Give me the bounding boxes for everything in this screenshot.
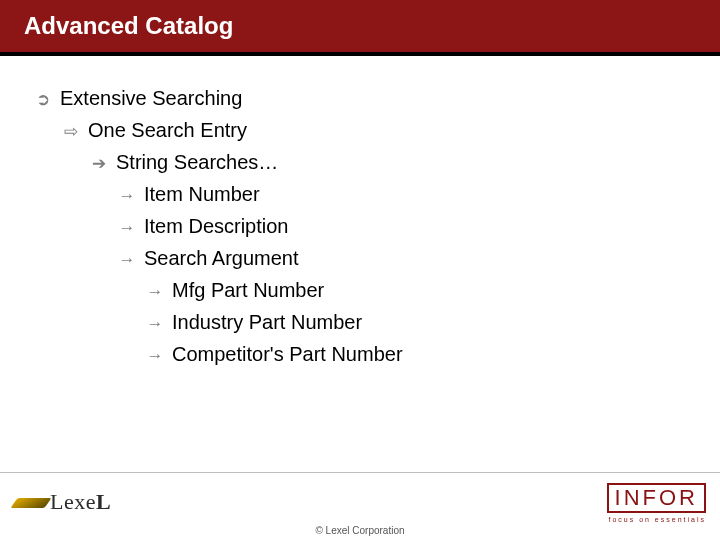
bullet-level-3: ➔ String Searches… — [90, 146, 720, 178]
bullet-icon: → — [146, 278, 164, 305]
bullet-level-5: → Competitor's Part Number — [146, 338, 720, 370]
bullet-level-1: ➲ Extensive Searching — [34, 82, 720, 114]
copyright-text: © Lexel Corporation — [0, 525, 720, 536]
bullet-level-5: → Mfg Part Number — [146, 274, 720, 306]
bullet-icon: ➔ — [90, 150, 108, 177]
swoosh-icon — [14, 490, 48, 514]
bullet-text: Industry Part Number — [172, 306, 362, 338]
footer: LexeL INFOR focus on essentials © Lexel … — [0, 472, 720, 540]
bullet-level-4: → Item Description — [118, 210, 720, 242]
bullet-text: Search Argument — [144, 242, 299, 274]
lexel-logo: LexeL — [14, 489, 111, 515]
bullet-text: Extensive Searching — [60, 82, 242, 114]
slide-title: Advanced Catalog — [24, 12, 233, 40]
bullet-icon: → — [146, 310, 164, 337]
bullet-text: Item Number — [144, 178, 260, 210]
bullet-text: One Search Entry — [88, 114, 247, 146]
lexel-logo-text: LexeL — [50, 489, 111, 515]
content-area: ➲ Extensive Searching ⇨ One Search Entry… — [0, 56, 720, 370]
bullet-level-5: → Industry Part Number — [146, 306, 720, 338]
infor-logo-text: INFOR — [607, 483, 706, 513]
bullet-icon: → — [118, 246, 136, 273]
bullet-icon: → — [118, 182, 136, 209]
infor-tagline: focus on essentials — [607, 516, 706, 523]
bullet-level-4: → Search Argument — [118, 242, 720, 274]
bullet-icon: → — [118, 214, 136, 241]
slide: Advanced Catalog ➲ Extensive Searching ⇨… — [0, 0, 720, 540]
bullet-text: Competitor's Part Number — [172, 338, 403, 370]
bullet-text: String Searches… — [116, 146, 278, 178]
bullet-text: Mfg Part Number — [172, 274, 324, 306]
bullet-icon: → — [146, 342, 164, 369]
infor-logo: INFOR focus on essentials — [607, 483, 706, 523]
bullet-icon: ⇨ — [62, 118, 80, 145]
bullet-level-2: ⇨ One Search Entry — [62, 114, 720, 146]
bullet-icon: ➲ — [34, 86, 52, 113]
title-bar: Advanced Catalog — [0, 0, 720, 56]
bullet-level-4: → Item Number — [118, 178, 720, 210]
bullet-text: Item Description — [144, 210, 289, 242]
